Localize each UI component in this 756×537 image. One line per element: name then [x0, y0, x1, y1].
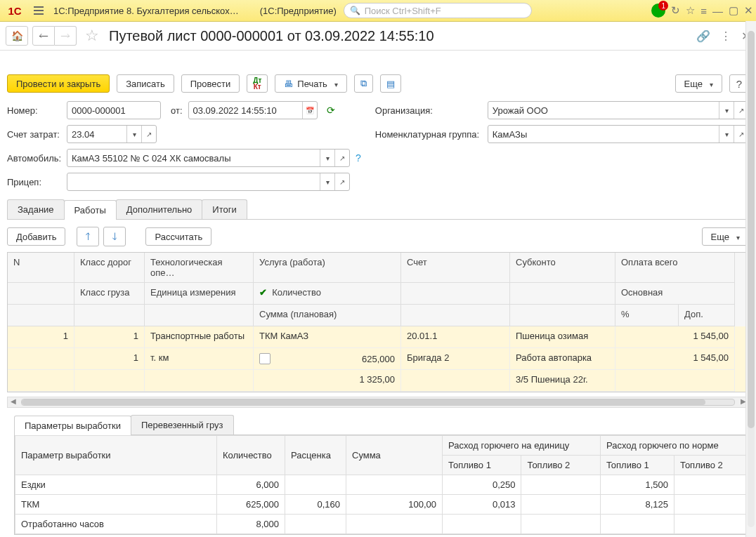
param-row[interactable]: Отработанно часов 8,000 — [15, 515, 748, 534]
org-input[interactable]: Урожай ООО ▾ ↗ — [488, 101, 749, 119]
col-fuel-norm[interactable]: Расход горючего по норме — [600, 436, 748, 456]
nomgroup-input[interactable]: КамАЗы ▾ ↗ — [488, 125, 749, 143]
col-account[interactable]: Счет — [401, 253, 510, 283]
col-p-rate[interactable]: Расценка — [285, 436, 346, 475]
param-row[interactable]: ТКМ 625,000 0,160 100,00 0,013 8,125 — [15, 495, 748, 515]
report-button[interactable]: ▤ — [380, 74, 401, 93]
tab-additional[interactable]: Дополнительно — [116, 199, 203, 219]
kebab-icon[interactable]: ⋮ — [720, 29, 731, 43]
caret-down-icon — [707, 79, 713, 89]
open-icon[interactable]: ↗ — [334, 173, 349, 190]
col-fuel2-n[interactable]: Топливо 2 — [674, 456, 748, 475]
back-button[interactable]: 🡐 — [32, 26, 55, 46]
col-extra[interactable]: Доп. — [679, 305, 735, 326]
col-fuel-unit[interactable]: Расход горючего на единицу — [443, 436, 601, 456]
structure-button[interactable]: ⧉ — [354, 74, 373, 93]
dropdown-icon[interactable]: ▾ — [719, 102, 734, 119]
document-title: Путевой лист 0000-000001 от 03.09.2022 1… — [109, 28, 434, 44]
more-label: Еще — [684, 79, 703, 89]
dropdown-icon[interactable]: ▾ — [719, 126, 734, 142]
col-n[interactable]: N — [8, 253, 74, 283]
col-qty[interactable]: ✔ Количество — [254, 283, 401, 305]
favorite-icon[interactable]: ☆ — [686, 4, 695, 17]
checkbox[interactable] — [259, 353, 271, 364]
calendar-icon[interactable]: 📅 — [302, 102, 317, 119]
dropdown-icon[interactable]: ▾ — [320, 173, 334, 190]
tab-task[interactable]: Задание — [7, 199, 65, 219]
param-row[interactable]: Ездки 6,000 0,250 1,500 — [15, 475, 748, 495]
col-fuel1-u[interactable]: Топливо 1 — [443, 456, 521, 475]
structure-icon: ⧉ — [360, 78, 367, 89]
refresh-date-icon[interactable]: ⟳ — [323, 105, 339, 116]
v-scrollbar[interactable] — [745, 21, 756, 537]
search-icon: 🔍 — [350, 6, 360, 15]
app-subtitle: (1С:Предприятие) — [260, 6, 337, 16]
save-button[interactable]: Записать — [117, 74, 174, 93]
col-cargo-class[interactable]: Класс груза — [74, 283, 145, 305]
works-more-button[interactable]: Еще — [702, 227, 749, 246]
table-row[interactable]: 1 т. км 625,000 Бригада 2 Работа автопар… — [8, 348, 748, 370]
tab-works[interactable]: Работы — [64, 200, 117, 220]
open-icon[interactable]: ↗ — [334, 150, 349, 166]
list-icon: ▤ — [386, 79, 395, 89]
col-fuel1-n[interactable]: Топливо 1 — [600, 456, 674, 475]
nomgroup-label: Номенклатурная группа: — [375, 129, 488, 140]
col-param[interactable]: Параметр выработки — [15, 436, 217, 475]
history-icon[interactable]: ↻ — [671, 4, 680, 17]
col-techop[interactable]: Технологическая опе… — [145, 253, 254, 283]
cost-account-input[interactable]: 23.04 ▾ ↗ — [67, 125, 157, 143]
col-service[interactable]: Услуга (работа) — [254, 253, 401, 283]
printer-icon: 🖶 — [284, 79, 293, 89]
move-up-button[interactable]: 🡑 — [77, 227, 99, 246]
tab-cargo-moved[interactable]: Перевезенный груз — [131, 415, 234, 435]
print-button[interactable]: 🖶 Печать — [275, 74, 347, 93]
number-label: Номер: — [7, 105, 67, 116]
dropdown-icon[interactable]: ▾ — [126, 126, 141, 142]
col-fuel2-u[interactable]: Топливо 2 — [521, 456, 600, 475]
calculate-button[interactable]: Рассчитать — [145, 227, 211, 246]
maximize-icon[interactable]: ▢ — [729, 4, 738, 17]
dtkt-button[interactable]: ДтКт — [247, 74, 268, 93]
col-pct[interactable]: % — [615, 305, 679, 326]
minimize-icon[interactable]: — — [712, 5, 723, 17]
vehicle-input[interactable]: КамАЗ 55102 № С 024 ХК самосвалы ▾ ↗ — [67, 149, 350, 167]
date-input[interactable]: 03.09.2022 14:55:10 📅 — [188, 101, 318, 119]
h-scrollbar[interactable]: ◀ ▶ — [7, 397, 749, 408]
star-icon[interactable]: ☆ — [85, 27, 99, 45]
hamburger-icon[interactable] — [30, 6, 48, 15]
home-button[interactable]: 🏠 — [6, 26, 28, 46]
more-button[interactable]: Еще — [675, 74, 722, 93]
col-unit[interactable]: Единица измерения — [145, 283, 254, 305]
col-p-sum[interactable]: Сумма — [346, 436, 443, 475]
add-row-button[interactable]: Добавить — [7, 227, 65, 246]
tab-results[interactable]: Итоги — [202, 199, 247, 219]
link-icon[interactable]: 🔗 — [696, 29, 710, 43]
forward-button[interactable]: 🡒 — [55, 26, 77, 46]
col-road-class[interactable]: Класс дорог — [74, 253, 145, 283]
settings-icon[interactable]: ≡ — [700, 5, 707, 17]
trailer-input[interactable]: ▾ ↗ — [67, 173, 350, 191]
move-down-button[interactable]: 🡓 — [103, 227, 126, 246]
col-sum-plan[interactable]: Сумма (плановая) — [254, 305, 401, 326]
params-grid[interactable]: Параметр выработки Количество Расценка С… — [14, 435, 749, 535]
open-icon[interactable]: ↗ — [141, 126, 156, 142]
global-search[interactable]: 🔍 Поиск Ctrl+Shift+F — [344, 3, 532, 18]
number-input[interactable]: 0000-000001 — [67, 101, 161, 119]
scroll-left-icon[interactable]: ◀ — [8, 397, 18, 407]
col-pay-total[interactable]: Оплата всего — [615, 253, 735, 283]
table-row[interactable]: 1 1 Транспортные работы ТКМ КамАЗ 20.01.… — [8, 326, 748, 348]
post-button[interactable]: Провести — [181, 74, 240, 93]
col-p-qty[interactable]: Количество — [217, 436, 285, 475]
dropdown-icon[interactable]: ▾ — [320, 150, 334, 166]
app-close-icon[interactable]: ✕ — [744, 4, 753, 17]
tab-output-params[interactable]: Параметры выработки — [14, 416, 131, 435]
col-pay-main[interactable]: Основная — [615, 283, 735, 305]
post-and-close-button[interactable]: Провести и закрыть — [7, 74, 110, 93]
check-icon: ✔ — [259, 287, 267, 298]
notifications-icon[interactable]: 1 — [651, 4, 665, 18]
help-inline-icon[interactable]: ? — [356, 152, 361, 164]
works-grid[interactable]: N Класс дорог Технологическая опе… Услуг… — [7, 252, 749, 392]
cost-account-label: Счет затрат: — [7, 129, 67, 140]
col-subkonto[interactable]: Субконто — [510, 253, 615, 283]
table-row[interactable]: 1 325,00 3/5 Пшеница 22г. — [8, 370, 748, 392]
